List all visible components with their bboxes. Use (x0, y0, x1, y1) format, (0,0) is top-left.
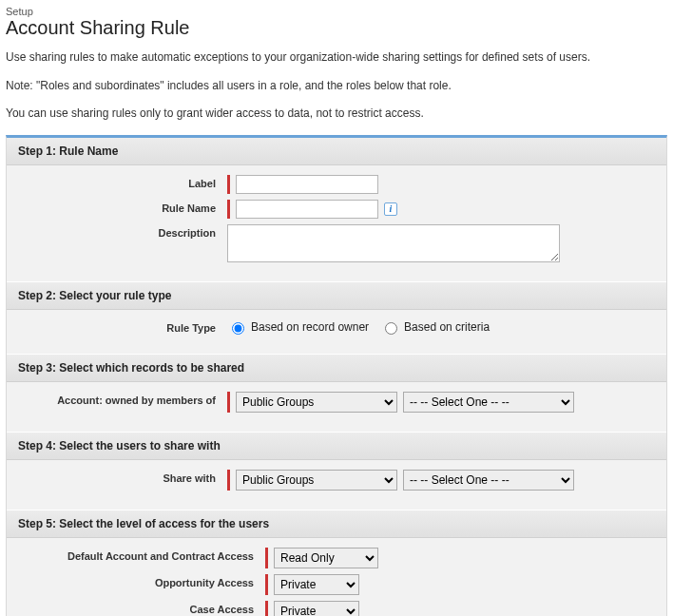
share-with-value-select[interactable]: -- -- Select One -- -- (403, 470, 574, 491)
radio-criteria-text: Based on criteria (404, 320, 490, 334)
required-indicator (227, 392, 230, 413)
rule-name-input[interactable] (236, 200, 378, 219)
description-label: Description (18, 224, 227, 239)
breadcrumb: Setup (6, 6, 667, 17)
account-access-label: Default Account and Contract Access (18, 548, 265, 562)
intro-text-3: You can use sharing rules only to grant … (6, 106, 667, 122)
opportunity-access-label: Opportunity Access (18, 574, 265, 588)
step5-header: Step 5: Select the level of access for t… (7, 510, 666, 538)
info-icon[interactable]: i (384, 202, 397, 216)
share-with-category-select[interactable]: Public Groups (236, 470, 397, 491)
step1-header: Step 1: Rule Name (7, 138, 666, 165)
owned-by-category-select[interactable]: Public Groups (236, 392, 397, 413)
step3-header: Step 3: Select which records to be share… (7, 354, 666, 382)
rule-type-label: Rule Type (18, 319, 227, 334)
required-indicator (265, 548, 268, 568)
radio-owner-text: Based on record owner (251, 320, 369, 334)
owned-by-value-select[interactable]: -- -- Select One -- -- (403, 392, 574, 413)
owned-by-label: Account: owned by members of (18, 392, 227, 406)
required-indicator (227, 175, 230, 194)
step2-header: Step 2: Select your rule type (7, 281, 666, 310)
label-input[interactable] (236, 175, 378, 194)
required-indicator (227, 200, 230, 219)
intro-text-1: Use sharing rules to make automatic exce… (6, 50, 667, 66)
intro-text-2: Note: "Roles and subordinates" includes … (6, 79, 667, 94)
opportunity-access-select[interactable]: Private (274, 574, 359, 595)
radio-owner-label[interactable]: Based on record owner (227, 319, 369, 335)
label-label: Label (18, 175, 227, 189)
case-access-select[interactable]: Private (274, 601, 359, 616)
required-indicator (265, 574, 268, 595)
required-indicator (227, 470, 230, 491)
share-with-label: Share with (18, 470, 227, 484)
account-access-select[interactable]: Read Only (274, 548, 378, 568)
rule-name-label: Rule Name (18, 200, 227, 214)
radio-owner[interactable] (232, 322, 244, 335)
case-access-label: Case Access (18, 601, 265, 615)
radio-criteria-label[interactable]: Based on criteria (380, 319, 490, 335)
page-title: Account Sharing Rule (6, 17, 667, 39)
step4-header: Step 4: Select the users to share with (7, 432, 666, 460)
radio-criteria[interactable] (385, 322, 397, 335)
rule-form-panel: Step 1: Rule Name Label Rule Name i Desc… (6, 135, 667, 616)
required-indicator (265, 601, 268, 616)
description-textarea[interactable] (227, 224, 560, 262)
